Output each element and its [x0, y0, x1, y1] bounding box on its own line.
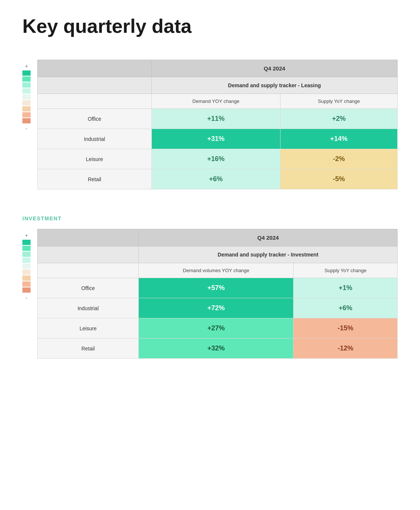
legend-bar-3	[22, 82, 31, 88]
leasing-supply-cell: +14%	[280, 129, 398, 149]
investment-demand-cell: +32%	[139, 339, 294, 359]
investment-header-quarter: Q4 2024	[38, 229, 398, 246]
legend-bar-9	[22, 118, 31, 123]
leasing-supply-cell: -5%	[280, 169, 398, 189]
legend-bar-1	[22, 70, 31, 76]
leasing-sub-title: Demand and supply tracker - Leasing	[151, 77, 397, 94]
leasing-legend: + -	[22, 63, 31, 131]
leasing-sub-header: Demand and supply tracker - Leasing	[38, 77, 398, 94]
inv-legend-bar-8	[22, 281, 31, 287]
investment-supply-cell: -15%	[294, 318, 398, 339]
leasing-legend-plus: +	[25, 63, 28, 69]
leasing-row-label: Retail	[38, 169, 152, 189]
investment-legend-minus: -	[26, 295, 27, 300]
investment-row-label: Industrial	[38, 298, 139, 318]
page-title: Key quarterly data	[22, 15, 398, 37]
investment-empty-sub	[38, 246, 139, 263]
leasing-quarter-header: Q4 2024	[151, 60, 397, 77]
investment-legend: + -	[22, 233, 31, 300]
investment-row: Retail +32% -12%	[38, 339, 398, 359]
legend-bar-2	[22, 76, 31, 82]
investment-demand-cell: +72%	[139, 298, 294, 318]
investment-col2-header: Supply YoY change	[294, 263, 398, 278]
leasing-section: + - Q4 2024 Demand and supply tracker - …	[22, 60, 398, 189]
legend-bar-7	[22, 106, 31, 111]
legend-bar-6	[22, 100, 31, 106]
leasing-demand-cell: +16%	[151, 149, 280, 169]
investment-demand-cell: +27%	[139, 318, 294, 339]
leasing-supply-cell: -2%	[280, 149, 398, 169]
investment-section: INVESTMENT + - Q4 2024 De	[22, 215, 398, 359]
inv-legend-bar-1	[22, 240, 31, 245]
leasing-row-label: Industrial	[38, 129, 152, 149]
leasing-row: Office +11% +2%	[38, 109, 398, 129]
investment-row-label: Retail	[38, 339, 139, 359]
investment-row: Leisure +27% -15%	[38, 318, 398, 339]
investment-row-label: Leisure	[38, 318, 139, 339]
investment-col-headers: Demand volumes YOY change Supply YoY cha…	[38, 263, 398, 278]
investment-row: Industrial +72% +6%	[38, 298, 398, 318]
inv-legend-bar-9	[22, 287, 31, 293]
investment-table: Q4 2024 Demand and supply tracker - Inve…	[37, 229, 398, 359]
leasing-row-label: Leisure	[38, 149, 152, 169]
legend-bar-4	[22, 88, 31, 94]
inv-legend-bar-3	[22, 252, 31, 257]
inv-legend-bar-4	[22, 258, 31, 263]
legend-bar-5	[22, 94, 31, 100]
leasing-empty-header	[38, 60, 152, 77]
investment-row-label: Office	[38, 278, 139, 298]
investment-supply-cell: +1%	[294, 278, 398, 298]
leasing-header-quarter: Q4 2024	[38, 60, 398, 77]
leasing-col-headers: Demand YOY change Supply YoY change	[38, 94, 398, 109]
investment-sub-title: Demand and supply tracker - Investment	[139, 246, 398, 263]
leasing-empty-col	[38, 94, 152, 109]
leasing-row-label: Office	[38, 109, 152, 129]
investment-supply-cell: +6%	[294, 298, 398, 318]
investment-quarter-header: Q4 2024	[139, 229, 398, 246]
leasing-tbody: Office +11% +2% Industrial +31% +14% Lei…	[38, 109, 398, 189]
leasing-table-wrapper: + - Q4 2024 Demand and supply tracker - …	[22, 60, 398, 189]
legend-bar-8	[22, 112, 31, 117]
leasing-row: Leisure +16% -2%	[38, 149, 398, 169]
inv-legend-bar-2	[22, 246, 31, 251]
leasing-col1-header: Demand YOY change	[151, 94, 280, 109]
investment-legend-plus: +	[25, 233, 28, 238]
investment-tbody: Office +57% +1% Industrial +72% +6% Leis…	[38, 278, 398, 359]
investment-section-label: INVESTMENT	[22, 215, 398, 221]
investment-demand-cell: +57%	[139, 278, 294, 298]
leasing-demand-cell: +11%	[151, 109, 280, 129]
investment-empty-header	[38, 229, 139, 246]
leasing-col2-header: Supply YoY change	[280, 94, 398, 109]
investment-table-wrapper: + - Q4 2024 Demand and supply tracker - …	[22, 229, 398, 359]
inv-legend-bar-5	[22, 264, 31, 269]
leasing-row: Retail +6% -5%	[38, 169, 398, 189]
leasing-empty-sub	[38, 77, 152, 94]
investment-sub-header: Demand and supply tracker - Investment	[38, 246, 398, 263]
leasing-demand-cell: +31%	[151, 129, 280, 149]
investment-supply-cell: -12%	[294, 339, 398, 359]
inv-legend-bar-6	[22, 270, 31, 275]
leasing-legend-minus: -	[26, 126, 27, 131]
leasing-demand-cell: +6%	[151, 169, 280, 189]
investment-col1-header: Demand volumes YOY change	[139, 263, 294, 278]
investment-row: Office +57% +1%	[38, 278, 398, 298]
investment-empty-col	[38, 263, 139, 278]
inv-legend-bar-7	[22, 276, 31, 281]
leasing-row: Industrial +31% +14%	[38, 129, 398, 149]
leasing-supply-cell: +2%	[280, 109, 398, 129]
leasing-table: Q4 2024 Demand and supply tracker - Leas…	[37, 60, 398, 189]
